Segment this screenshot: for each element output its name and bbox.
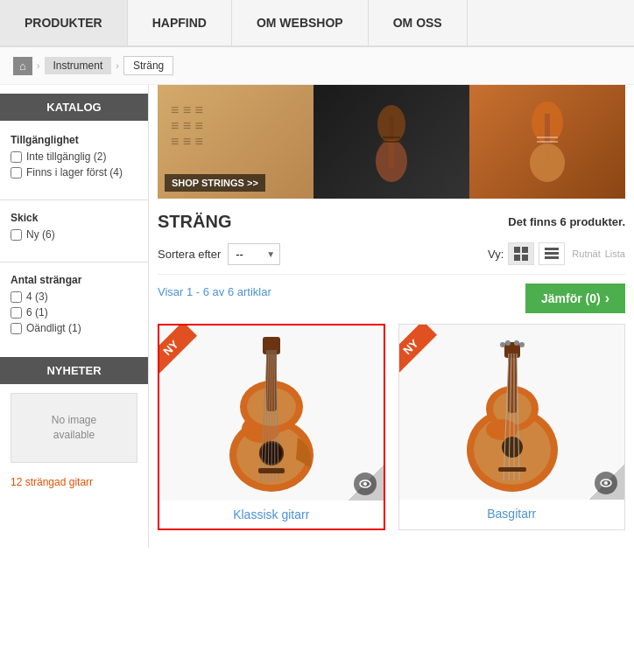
filter-skick-title: Skick [11,212,137,224]
view-area: Vy: Rutnät Lista [488,242,625,265]
sidebar-divider-2 [0,262,148,262]
view-label: Vy: [488,248,504,261]
main-content: SHOP STRINGS >> [149,85,634,548]
view-grid-button[interactable] [508,242,534,265]
nyheter-section: NYHETER No imageavailable 12 strängad gi… [0,357,148,493]
nav-om-webshop[interactable]: OM WEBSHOP [232,0,369,46]
breadcrumb: ⌂ › Instrument › Sträng [0,47,634,85]
toolbar: Sortera efter -- Vy: [158,242,625,275]
svg-point-51 [519,342,525,347]
breadcrumb-strang[interactable]: Sträng [123,56,173,75]
filter-antal-title: Antal strängar [11,274,137,286]
filter-4-checkbox[interactable] [11,291,22,303]
banner-overlay[interactable]: SHOP STRINGS >> [165,174,265,192]
svg-rect-13 [522,255,528,261]
sort-label: Sortera efter [158,248,221,261]
filter-group-skick: Skick Ny (6) [0,207,148,255]
view-list-button[interactable] [539,242,565,265]
filter-oandligt[interactable]: Oändligt (1) [11,322,137,334]
svg-point-7 [530,144,565,182]
nav-hapfind[interactable]: HAPFIND [128,0,232,46]
filter-tillganglighet-title: Tillgänglighet [11,134,137,146]
filter-ny[interactable]: Ny (6) [11,228,137,241]
breadcrumb-sep-2: › [116,60,119,71]
svg-point-48 [500,342,505,347]
product-grid: NY [158,324,625,530]
filter-finns-i-lager[interactable]: Finns i lager först (4) [11,166,137,178]
katalog-title: KATALOG [0,94,148,121]
svg-rect-11 [522,247,528,253]
nyheter-image: No imageavailable [11,393,137,463]
main-layout: KATALOG Tillgänglighet Inte tillgänglig … [0,85,634,548]
eye-svg-2 [600,479,612,487]
svg-rect-14 [545,248,559,250]
grid-icon [514,247,528,261]
breadcrumb-sep-1: › [37,60,40,71]
filter-4-label: 4 (3) [26,290,48,303]
svg-point-50 [514,340,519,346]
nav-om-oss[interactable]: OM OSS [369,0,468,46]
nyheter-title: NYHETER [0,357,148,384]
banner-violin-light [469,85,625,199]
filter-ny-checkbox[interactable] [11,229,22,241]
nyheter-no-image-text: No imageavailable [52,413,96,443]
svg-rect-15 [545,252,559,255]
sidebar: KATALOG Tillgänglighet Inte tillgänglig … [0,85,149,548]
svg-point-53 [604,481,608,485]
svg-rect-12 [514,255,520,261]
sort-select-wrap: -- [228,243,280,265]
product-count: Det finns 6 produkter. [508,215,625,228]
svg-rect-32 [258,468,285,473]
svg-rect-47 [498,467,526,472]
filter-inte-tillganglig-label: Inte tillgänglig (2) [26,150,106,163]
filter-6-checkbox[interactable] [11,307,22,318]
svg-rect-16 [545,256,559,259]
basgitarr-image [444,332,580,494]
filter-oandligt-checkbox[interactable] [11,323,22,334]
filter-6[interactable]: 6 (1) [11,306,137,318]
list-icon [545,247,559,261]
product-banner: SHOP STRINGS >> [158,85,625,199]
eye-icon-1[interactable] [354,472,377,495]
product-title-klassisk-gitarr[interactable]: Klassisk gitarr [159,500,384,528]
eye-icon-2[interactable] [595,472,617,494]
compare-label: Jämför (0) [541,291,601,305]
sidebar-divider-1 [0,200,148,200]
filter-6-label: 6 (1) [26,306,48,318]
eye-svg-1 [359,480,371,488]
page-header: STRÄNG Det finns 6 produkter. [158,212,625,232]
svg-rect-10 [514,247,520,253]
view-list-label: Lista [605,248,625,259]
breadcrumb-home[interactable]: ⌂ [13,57,32,75]
svg-point-34 [363,482,367,486]
svg-rect-23 [263,337,280,354]
product-image-basgitarr[interactable] [399,325,625,500]
filter-inte-tillganglig-checkbox[interactable] [11,151,22,163]
sort-select[interactable]: -- [228,243,280,265]
results-count: Visar 1 - 6 av 6 artiklar [158,285,271,298]
banner-sheet: SHOP STRINGS >> [158,85,313,199]
view-grid-label: Rutnät [572,248,600,259]
sort-area: Sortera efter -- [158,243,280,265]
compare-arrow-icon: › [605,290,609,306]
svg-point-2 [376,140,407,182]
klassisk-gitarr-image [201,332,342,494]
filter-ny-label: Ny (6) [26,228,55,241]
filter-4[interactable]: 4 (3) [11,290,137,303]
filter-inte-tillganglig[interactable]: Inte tillgänglig (2) [11,150,137,163]
filter-group-tillganglighet: Tillgänglighet Inte tillgänglig (2) Finn… [0,130,148,192]
nav-bar: PRODUKTER HAPFIND OM WEBSHOP OM OSS [0,0,634,47]
violin-icon-light [521,98,574,186]
filter-oandligt-label: Oändligt (1) [26,322,81,334]
banner-violin-dark [313,85,469,199]
filter-finns-i-lager-checkbox[interactable] [11,167,22,178]
svg-point-49 [505,340,511,346]
top-navigation: PRODUKTER HAPFIND OM WEBSHOP OM OSS [0,0,634,47]
product-image-klassisk-gitarr[interactable] [159,326,384,500]
nav-produkter[interactable]: PRODUKTER [0,0,128,46]
compare-button[interactable]: Jämför (0) › [525,284,625,313]
product-title-basgitarr[interactable]: Basgitarr [399,500,625,528]
violin-icon-dark [365,98,418,186]
nyheter-product-link[interactable]: 12 strängad gitarr [0,472,148,493]
breadcrumb-instrument[interactable]: Instrument [45,57,112,74]
